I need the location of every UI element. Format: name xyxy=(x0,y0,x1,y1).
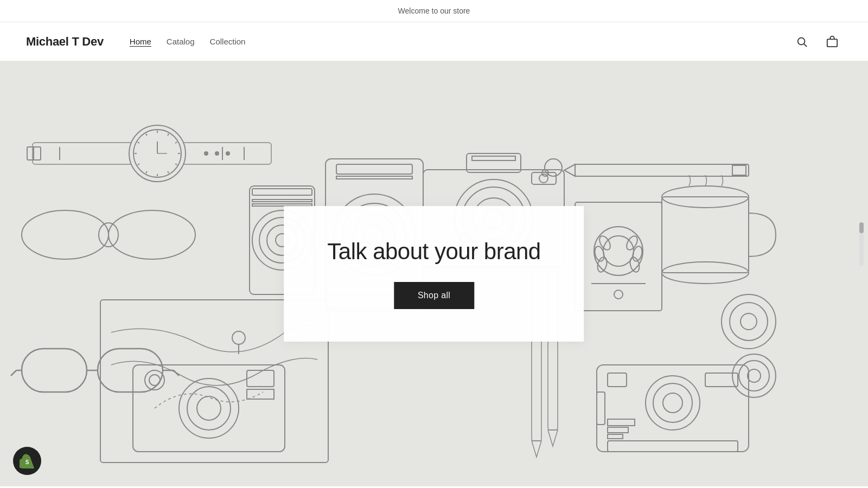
main-nav: Home Catalog Collection xyxy=(130,37,792,46)
scrollbar[interactable] xyxy=(859,222,864,266)
svg-text:S: S xyxy=(25,459,29,465)
announcement-text: Welcome to our store xyxy=(398,7,470,15)
nav-collection[interactable]: Collection xyxy=(210,37,246,46)
search-icon xyxy=(796,36,808,48)
svg-rect-2 xyxy=(827,39,837,47)
hero-title: Talk about your brand xyxy=(327,239,540,265)
shopify-badge[interactable]: S xyxy=(13,447,41,475)
header: Michael T Dev Home Catalog Collection xyxy=(0,22,868,61)
shop-all-button[interactable]: Shop all xyxy=(394,282,474,309)
announcement-bar: Welcome to our store xyxy=(0,0,868,22)
header-icons xyxy=(792,32,842,52)
cart-icon xyxy=(826,36,838,48)
site-logo[interactable]: Michael T Dev xyxy=(26,35,104,49)
shopify-icon: S xyxy=(20,453,35,468)
nav-catalog[interactable]: Catalog xyxy=(167,37,195,46)
svg-point-26 xyxy=(205,152,208,155)
svg-point-114 xyxy=(232,331,245,344)
svg-line-1 xyxy=(804,44,807,47)
cart-button[interactable] xyxy=(822,32,842,52)
nav-home[interactable]: Home xyxy=(130,37,151,46)
hero-section: Talk about your brand Shop all xyxy=(0,61,868,486)
svg-rect-68 xyxy=(732,165,746,175)
search-button[interactable] xyxy=(792,32,812,52)
svg-point-27 xyxy=(215,152,219,155)
scroll-thumb xyxy=(859,222,864,233)
svg-point-28 xyxy=(226,152,229,155)
svg-point-0 xyxy=(798,37,805,44)
hero-card: Talk about your brand Shop all xyxy=(284,206,584,342)
